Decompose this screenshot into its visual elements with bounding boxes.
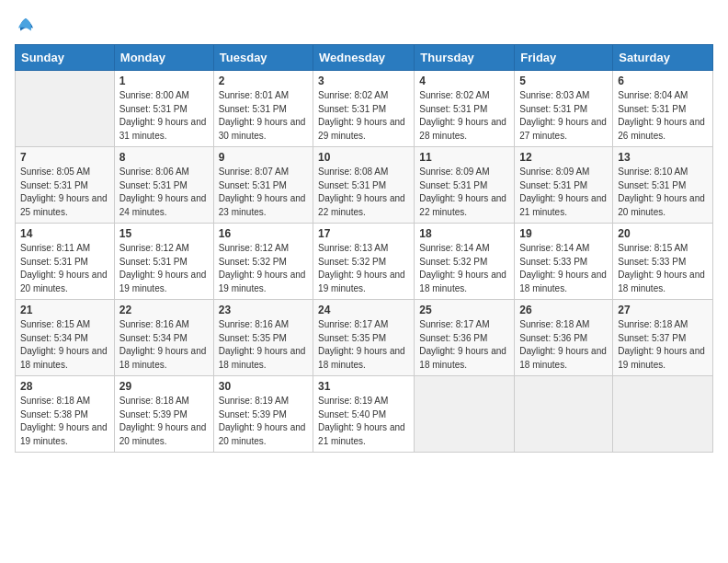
sunrise-text: Sunrise: 8:17 AM — [318, 319, 388, 329]
sunrise-text: Sunrise: 8:09 AM — [519, 167, 589, 177]
day-info: Sunrise: 8:16 AM Sunset: 5:34 PM Dayligh… — [119, 318, 209, 372]
sunset-text: Sunset: 5:31 PM — [119, 104, 188, 114]
weekday-header-tuesday: Tuesday — [213, 45, 313, 71]
day-info: Sunrise: 8:02 AM Sunset: 5:31 PM Dayligh… — [419, 89, 509, 143]
daylight-text: Daylight: 9 hours and 22 minutes. — [419, 193, 506, 217]
day-info: Sunrise: 8:12 AM Sunset: 5:32 PM Dayligh… — [219, 242, 308, 295]
calendar-cell: 26 Sunrise: 8:18 AM Sunset: 5:36 PM Dayl… — [515, 300, 613, 376]
sunrise-text: Sunrise: 8:00 AM — [119, 90, 189, 100]
sunrise-text: Sunrise: 8:12 AM — [119, 243, 189, 253]
sunrise-text: Sunrise: 8:14 AM — [419, 243, 489, 253]
calendar-cell: 12 Sunrise: 8:09 AM Sunset: 5:31 PM Dayl… — [515, 147, 613, 224]
sunrise-text: Sunrise: 8:07 AM — [219, 167, 289, 177]
calendar-cell — [16, 71, 115, 147]
calendar-cell: 15 Sunrise: 8:12 AM Sunset: 5:31 PM Dayl… — [114, 224, 213, 300]
weekday-header-thursday: Thursday — [415, 45, 515, 71]
calendar-body: 1 Sunrise: 8:00 AM Sunset: 5:31 PM Dayli… — [16, 71, 713, 453]
day-info: Sunrise: 8:08 AM Sunset: 5:31 PM Dayligh… — [318, 166, 409, 219]
sunrise-text: Sunrise: 8:09 AM — [419, 167, 489, 177]
daylight-text: Daylight: 9 hours and 26 minutes. — [618, 117, 705, 141]
sunset-text: Sunset: 5:31 PM — [20, 257, 88, 267]
sunset-text: Sunset: 5:33 PM — [519, 257, 587, 267]
day-number: 4 — [419, 75, 509, 87]
day-number: 17 — [318, 227, 409, 240]
calendar-cell: 16 Sunrise: 8:12 AM Sunset: 5:32 PM Dayl… — [213, 224, 313, 300]
calendar-cell: 18 Sunrise: 8:14 AM Sunset: 5:32 PM Dayl… — [415, 224, 515, 300]
sunset-text: Sunset: 5:36 PM — [419, 333, 487, 343]
calendar-week-row: 28 Sunrise: 8:18 AM Sunset: 5:38 PM Dayl… — [16, 376, 713, 453]
sunset-text: Sunset: 5:31 PM — [618, 104, 686, 114]
day-info: Sunrise: 8:11 AM Sunset: 5:31 PM Dayligh… — [20, 242, 109, 295]
day-info: Sunrise: 8:19 AM Sunset: 5:39 PM Dayligh… — [219, 395, 308, 448]
calendar-cell: 22 Sunrise: 8:16 AM Sunset: 5:34 PM Dayl… — [114, 300, 213, 376]
day-info: Sunrise: 8:16 AM Sunset: 5:35 PM Dayligh… — [219, 318, 308, 372]
sunset-text: Sunset: 5:31 PM — [419, 104, 487, 114]
calendar-cell: 1 Sunrise: 8:00 AM Sunset: 5:31 PM Dayli… — [114, 71, 213, 147]
sunset-text: Sunset: 5:31 PM — [519, 104, 587, 114]
day-number: 12 — [519, 151, 608, 164]
calendar-cell: 13 Sunrise: 8:10 AM Sunset: 5:31 PM Dayl… — [613, 147, 713, 224]
day-info: Sunrise: 8:18 AM Sunset: 5:37 PM Dayligh… — [618, 318, 708, 372]
sunset-text: Sunset: 5:31 PM — [219, 180, 287, 190]
day-number: 11 — [419, 151, 509, 164]
day-number: 15 — [119, 227, 209, 240]
calendar-cell: 7 Sunrise: 8:05 AM Sunset: 5:31 PM Dayli… — [16, 147, 115, 224]
day-info: Sunrise: 8:17 AM Sunset: 5:35 PM Dayligh… — [318, 318, 409, 372]
calendar-cell: 25 Sunrise: 8:17 AM Sunset: 5:36 PM Dayl… — [415, 300, 515, 376]
daylight-text: Daylight: 9 hours and 20 minutes. — [618, 193, 705, 217]
calendar-cell: 6 Sunrise: 8:04 AM Sunset: 5:31 PM Dayli… — [613, 71, 713, 147]
sunset-text: Sunset: 5:36 PM — [519, 333, 587, 343]
day-number: 24 — [318, 304, 409, 316]
sunset-text: Sunset: 5:33 PM — [618, 257, 686, 267]
sunrise-text: Sunrise: 8:02 AM — [318, 90, 388, 100]
day-number: 10 — [318, 151, 409, 164]
day-number: 19 — [519, 227, 608, 240]
day-number: 7 — [20, 151, 109, 164]
day-number: 1 — [119, 75, 209, 87]
sunrise-text: Sunrise: 8:18 AM — [119, 396, 189, 406]
calendar-cell: 4 Sunrise: 8:02 AM Sunset: 5:31 PM Dayli… — [415, 71, 515, 147]
daylight-text: Daylight: 9 hours and 18 minutes. — [219, 346, 306, 370]
weekday-header-saturday: Saturday — [613, 45, 713, 71]
day-number: 14 — [20, 227, 109, 240]
daylight-text: Daylight: 9 hours and 18 minutes. — [318, 346, 405, 370]
day-number: 29 — [119, 380, 209, 393]
sunset-text: Sunset: 5:31 PM — [119, 257, 188, 267]
calendar-week-row: 14 Sunrise: 8:11 AM Sunset: 5:31 PM Dayl… — [16, 224, 713, 300]
sunrise-text: Sunrise: 8:06 AM — [119, 167, 189, 177]
daylight-text: Daylight: 9 hours and 20 minutes. — [20, 270, 108, 293]
day-info: Sunrise: 8:13 AM Sunset: 5:32 PM Dayligh… — [318, 242, 409, 295]
daylight-text: Daylight: 9 hours and 28 minutes. — [419, 117, 506, 141]
weekday-header-wednesday: Wednesday — [313, 45, 415, 71]
calendar-cell: 17 Sunrise: 8:13 AM Sunset: 5:32 PM Dayl… — [313, 224, 415, 300]
sunset-text: Sunset: 5:31 PM — [519, 180, 587, 190]
day-number: 23 — [219, 304, 308, 316]
day-info: Sunrise: 8:18 AM Sunset: 5:39 PM Dayligh… — [119, 395, 209, 448]
weekday-header-monday: Monday — [114, 45, 213, 71]
sunrise-text: Sunrise: 8:11 AM — [20, 243, 90, 253]
calendar-cell: 14 Sunrise: 8:11 AM Sunset: 5:31 PM Dayl… — [16, 224, 115, 300]
day-info: Sunrise: 8:09 AM Sunset: 5:31 PM Dayligh… — [419, 166, 509, 219]
day-number: 30 — [219, 380, 308, 393]
calendar-table: SundayMondayTuesdayWednesdayThursdayFrid… — [15, 44, 713, 453]
daylight-text: Daylight: 9 hours and 29 minutes. — [318, 117, 405, 141]
sunrise-text: Sunrise: 8:15 AM — [20, 319, 90, 329]
sunset-text: Sunset: 5:34 PM — [20, 333, 88, 343]
sunset-text: Sunset: 5:32 PM — [419, 257, 487, 267]
day-info: Sunrise: 8:18 AM Sunset: 5:38 PM Dayligh… — [20, 395, 109, 448]
page-header — [15, 15, 713, 37]
calendar-cell: 27 Sunrise: 8:18 AM Sunset: 5:37 PM Dayl… — [613, 300, 713, 376]
day-info: Sunrise: 8:18 AM Sunset: 5:36 PM Dayligh… — [519, 318, 608, 372]
sunrise-text: Sunrise: 8:12 AM — [219, 243, 289, 253]
day-info: Sunrise: 8:05 AM Sunset: 5:31 PM Dayligh… — [20, 166, 109, 219]
day-number: 18 — [419, 227, 509, 240]
calendar-cell — [613, 376, 713, 453]
daylight-text: Daylight: 9 hours and 21 minutes. — [318, 422, 405, 446]
daylight-text: Daylight: 9 hours and 19 minutes. — [219, 270, 306, 293]
sunrise-text: Sunrise: 8:17 AM — [419, 319, 489, 329]
sunrise-text: Sunrise: 8:03 AM — [519, 90, 589, 100]
day-info: Sunrise: 8:17 AM Sunset: 5:36 PM Dayligh… — [419, 318, 509, 372]
calendar-header: SundayMondayTuesdayWednesdayThursdayFrid… — [16, 45, 713, 71]
calendar-cell: 9 Sunrise: 8:07 AM Sunset: 5:31 PM Dayli… — [213, 147, 313, 224]
day-info: Sunrise: 8:06 AM Sunset: 5:31 PM Dayligh… — [119, 166, 209, 219]
